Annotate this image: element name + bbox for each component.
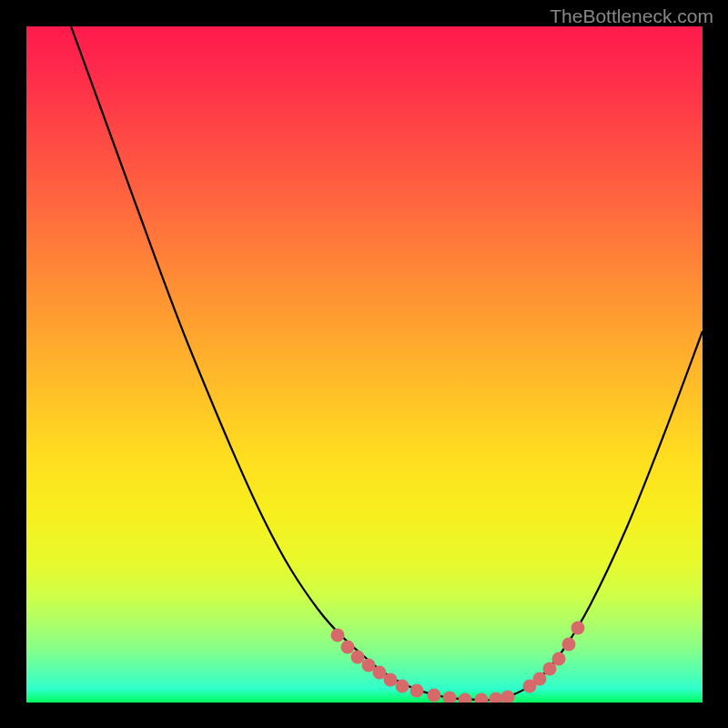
curve-marker xyxy=(552,652,566,666)
curve-marker xyxy=(396,680,410,693)
curve-marker xyxy=(428,689,441,703)
marker-group-bottom xyxy=(428,689,515,703)
curve-marker xyxy=(475,693,489,703)
chart-svg xyxy=(26,26,703,703)
curve-marker xyxy=(443,692,457,703)
curve-marker xyxy=(331,629,345,642)
curve-marker xyxy=(341,641,355,654)
curve-marker xyxy=(351,651,365,664)
curve-marker xyxy=(490,693,503,703)
marker-group-right xyxy=(523,622,585,693)
watermark-text: TheBottleneck.com xyxy=(550,5,713,27)
curve-marker xyxy=(562,638,576,652)
curve-marker xyxy=(459,693,472,703)
curve-marker xyxy=(501,691,515,703)
curve-marker xyxy=(384,673,398,687)
bottleneck-curve xyxy=(71,26,703,700)
curve-marker xyxy=(571,622,585,635)
curve-marker xyxy=(533,672,547,686)
curve-marker xyxy=(410,684,424,698)
